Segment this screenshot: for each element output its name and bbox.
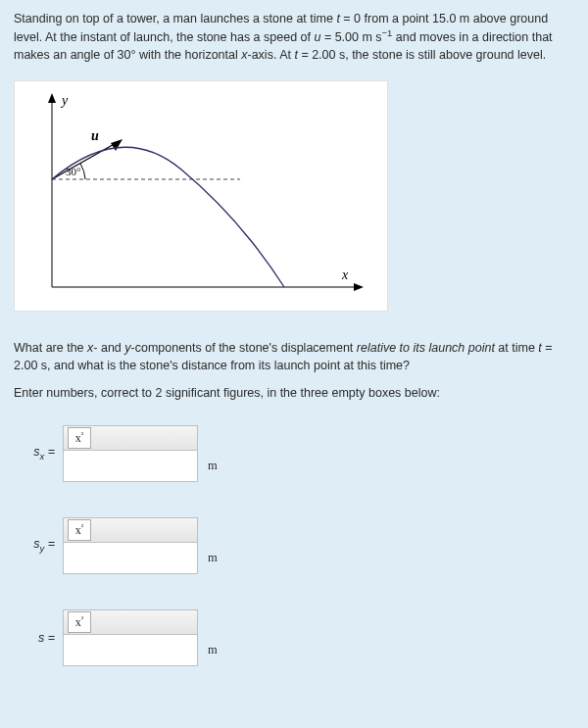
x-axis-label: x [341, 267, 349, 282]
svg-marker-3 [354, 283, 364, 291]
sy-input[interactable] [63, 543, 198, 574]
problem-statement: Standing on top of a tower, a man launch… [14, 10, 574, 65]
equation-toolbar-sy: x² [63, 517, 198, 543]
question-text: What are the x- and y-components of the … [14, 339, 574, 374]
unit-sy: m [198, 549, 218, 566]
superscript-button[interactable]: x² [68, 427, 91, 449]
sx-input[interactable] [63, 451, 198, 482]
answer-label-sx: sx = [14, 443, 63, 463]
y-axis-label: y [60, 93, 69, 108]
u-label: u [91, 128, 99, 143]
answer-row-s: s = x² m [14, 609, 574, 666]
answer-label-s: s = [14, 629, 63, 647]
svg-marker-6 [111, 139, 122, 151]
answer-row-sy: sy = x² m [14, 517, 574, 574]
trajectory-diagram: y x u 30° [14, 80, 388, 312]
answer-label-sy: sy = [14, 535, 63, 556]
unit-s: m [198, 641, 218, 658]
svg-marker-1 [48, 93, 56, 103]
unit-sx: m [198, 457, 218, 474]
s-input[interactable] [63, 635, 198, 666]
superscript-button[interactable]: x² [68, 611, 91, 633]
superscript-button[interactable]: x² [68, 519, 91, 541]
answer-row-sx: sx = x² m [14, 425, 574, 482]
equation-toolbar-sx: x² [63, 425, 198, 451]
instruction-text: Enter numbers, correct to 2 significant … [14, 384, 574, 402]
angle-label: 30° [66, 166, 80, 177]
equation-toolbar-s: x² [63, 609, 198, 635]
